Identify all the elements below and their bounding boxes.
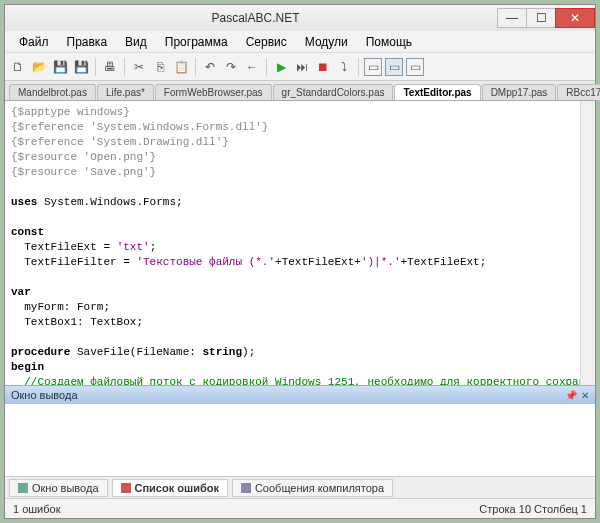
bottom-tab-compiler[interactable]: Сообщения компилятора [232,479,393,497]
stepover-icon[interactable]: ⤵ [335,58,353,76]
separator [266,58,267,76]
output-body[interactable] [5,404,595,476]
stop-icon[interactable]: ⏹ [314,58,332,76]
saveall-icon[interactable]: 💾 [72,58,90,76]
menu-service[interactable]: Сервис [238,33,295,51]
code-editor[interactable]: {$apptype windows} {$reference 'System.W… [5,101,595,385]
code-text[interactable]: {$apptype windows} {$reference 'System.W… [5,101,580,385]
maximize-button[interactable]: ☐ [526,8,556,28]
toolbar: 🗋 📂 💾 💾 🖶 ✂ ⎘ 📋 ↶ ↷ ← ▶ ⏭ ⏹ ⤵ ▭ ▭ ▭ [5,53,595,81]
titlebar: PascalABC.NET — ☐ ✕ [5,5,595,31]
redo-icon[interactable]: ↷ [222,58,240,76]
run-icon[interactable]: ▶ [272,58,290,76]
tab-formwebbrowser[interactable]: FormWebBrowser.pas [155,84,272,100]
output-tab-icon [18,483,28,493]
document-tabbar: Mandelbrot.pas Life.pas* FormWebBrowser.… [5,81,595,101]
separator [195,58,196,76]
paste-icon[interactable]: 📋 [172,58,190,76]
status-position: Строка 10 Столбец 1 [479,503,587,515]
open-icon[interactable]: 📂 [30,58,48,76]
tab-rbcc17[interactable]: RBcc17.pas [557,84,600,100]
menu-modules[interactable]: Модули [297,33,356,51]
close-button[interactable]: ✕ [555,8,595,28]
menu-help[interactable]: Помощь [358,33,420,51]
output-pane: Окно вывода 📌 ✕ [5,385,595,476]
compiler-tab-icon [241,483,251,493]
runinto-icon[interactable]: ⏭ [293,58,311,76]
separator [95,58,96,76]
statusbar: 1 ошибок Строка 10 Столбец 1 [5,498,595,518]
tab-standardcolors[interactable]: gr_StandardColors.pas [273,84,394,100]
new-icon[interactable]: 🗋 [9,58,27,76]
tab-texteditor[interactable]: TextEditor.pas [394,84,480,100]
output-title: Окно вывода 📌 ✕ [5,386,595,404]
errors-tab-label: Список ошибок [135,482,219,494]
output-close-icon[interactable]: ✕ [581,390,589,401]
output-title-label: Окно вывода [11,389,78,401]
minimize-button[interactable]: — [497,8,527,28]
compiler-tab-label: Сообщения компилятора [255,482,384,494]
print-icon[interactable]: 🖶 [101,58,119,76]
toggle3-icon[interactable]: ▭ [406,58,424,76]
separator [124,58,125,76]
menu-view[interactable]: Вид [117,33,155,51]
toggle1-icon[interactable]: ▭ [364,58,382,76]
toggle2-icon[interactable]: ▭ [385,58,403,76]
bottom-tab-output[interactable]: Окно вывода [9,479,108,497]
pin-icon[interactable]: 📌 [565,390,577,401]
app-title: PascalABC.NET [13,11,498,25]
copy-icon[interactable]: ⎘ [151,58,169,76]
menu-program[interactable]: Программа [157,33,236,51]
separator [358,58,359,76]
menu-edit[interactable]: Правка [59,33,116,51]
tab-life[interactable]: Life.pas* [97,84,154,100]
status-errors: 1 ошибок [13,503,61,515]
save-icon[interactable]: 💾 [51,58,69,76]
tab-mandelbrot[interactable]: Mandelbrot.pas [9,84,96,100]
cut-icon[interactable]: ✂ [130,58,148,76]
back-icon[interactable]: ← [243,58,261,76]
undo-icon[interactable]: ↶ [201,58,219,76]
tab-dmpp17[interactable]: DMpp17.pas [482,84,557,100]
vertical-scrollbar[interactable] [580,101,595,385]
menubar: Файл Правка Вид Программа Сервис Модули … [5,31,595,53]
errors-tab-icon [121,483,131,493]
bottom-tabbar: Окно вывода Список ошибок Сообщения комп… [5,476,595,498]
menu-file[interactable]: Файл [11,33,57,51]
bottom-tab-errors[interactable]: Список ошибок [112,479,228,497]
output-tab-label: Окно вывода [32,482,99,494]
